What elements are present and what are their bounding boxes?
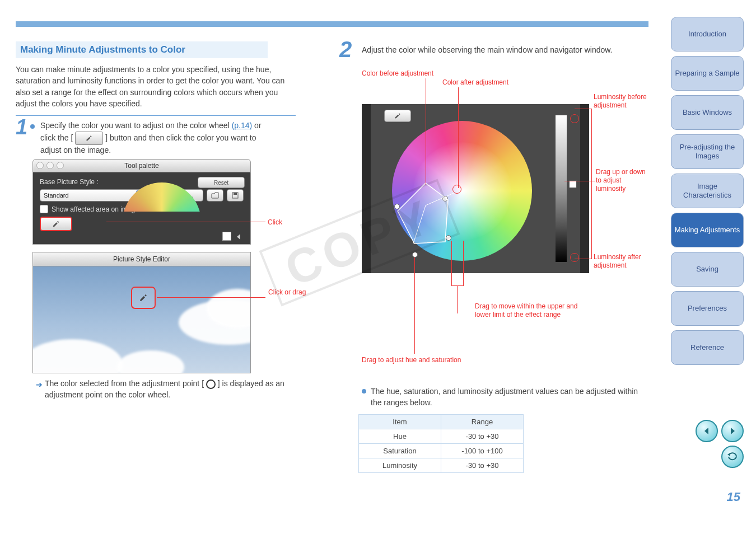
nav-prev-button[interactable]: [696, 420, 718, 442]
anno-lum-after: Luminosity after adjustment: [594, 253, 655, 270]
step-1-bullet: [30, 124, 35, 129]
color-swatch: [222, 232, 231, 241]
th-item: Item: [359, 415, 441, 429]
step-1-number: 1: [16, 115, 27, 139]
callout-line-1: [106, 222, 265, 222]
anno-line-lumdrag: [564, 181, 595, 181]
copy-watermark: COPY: [259, 179, 460, 307]
luminosity-slider[interactable]: [556, 115, 567, 262]
sidebar-item-introduction[interactable]: Introduction: [671, 17, 744, 51]
pse-title: Picture Style Editor: [32, 252, 251, 266]
open-file-button[interactable]: [207, 189, 223, 202]
sidebar-nav: Introduction Preparing a Sample Basic Wi…: [671, 17, 744, 365]
nav-back-button[interactable]: [721, 446, 744, 468]
sidebar-item-characteristics[interactable]: Image Characteristics: [671, 174, 744, 208]
divider: [16, 115, 296, 116]
lum-handle[interactable]: [569, 180, 577, 188]
tool-palette-title: Tool palette: [33, 160, 250, 172]
callout-line-2: [157, 297, 265, 298]
sidebar-item-reference[interactable]: Reference: [671, 330, 744, 365]
anno-line-lumafter-h: [575, 259, 591, 259]
anno-line-range-b: [463, 241, 464, 285]
table-row: Luminosity-30 to +30: [359, 458, 524, 473]
anno-lum-drag: Drag up or down to adjust luminosity: [596, 168, 652, 193]
th-range: Range: [441, 415, 524, 429]
save-file-button[interactable]: [227, 189, 244, 202]
result-2-bullet: [362, 389, 366, 394]
sidebar-item-preferences[interactable]: Preferences: [671, 291, 744, 326]
sidebar-item-basic-windows[interactable]: Basic Windows: [671, 95, 744, 130]
step-2-text: Adjust the color while observing the mai…: [362, 45, 636, 56]
anno-lum-before: Luminosity before adjustment: [594, 93, 655, 110]
lum-pointer-icon: [237, 234, 240, 240]
step-2-number: 2: [339, 37, 352, 62]
step1-after-b: ] button and then click the color you wa…: [40, 133, 256, 154]
sidebar-item-preadjust[interactable]: Pre-adjusting the Images: [671, 134, 744, 169]
link-p14[interactable]: (p.14): [232, 121, 253, 130]
page-nav: [693, 420, 744, 468]
anno-drag-huesat: Drag to adjust hue and saturation: [362, 356, 468, 364]
sidebar-item-preparing[interactable]: Preparing a Sample: [671, 56, 744, 91]
anno-line-range-a: [451, 241, 452, 285]
show-affected-checkbox[interactable]: [40, 205, 48, 213]
anno-line-lumbefore: [575, 109, 591, 109]
callout-click-label: Click: [268, 218, 282, 226]
adjustment-range-table: ItemRange Hue-30 to +30 Saturation-100 t…: [358, 414, 524, 473]
wheel-node-after[interactable]: [452, 185, 461, 194]
nav-next-button[interactable]: [721, 420, 744, 442]
anno-line-lum-v: [591, 109, 592, 259]
result1-before: The color selected from the adjustment p…: [45, 379, 204, 388]
eyedropper-cursor-icon: [131, 287, 156, 309]
anno-drag-range: Drag to move within the upper and lower …: [475, 302, 587, 319]
lum-after-marker[interactable]: [570, 253, 579, 262]
panel-eyedropper-button[interactable]: [384, 110, 411, 122]
step1-before: Specify the color you want to adjust on …: [40, 121, 232, 130]
anno-line-range-join: [451, 285, 464, 286]
anno-line-range-v: [457, 285, 458, 313]
eyedropper-button[interactable]: [40, 217, 72, 231]
anno-line-before: [426, 78, 426, 185]
anno-line-after: [458, 87, 459, 188]
result-1-text: The color selected from the adjustment p…: [45, 378, 291, 400]
tool-palette-titlebar: Tool palette: [32, 159, 251, 172]
tool-palette-window: Tool palette Base Picture Style : Reset …: [32, 159, 251, 245]
anno-after-adj: Color after adjustment: [442, 78, 508, 87]
base-style-select-value: Standard: [44, 192, 69, 199]
adjustment-point-icon: [206, 380, 216, 389]
sidebar-item-saving[interactable]: Saving: [671, 252, 744, 287]
picture-style-editor-window: Picture Style Editor: [32, 252, 251, 373]
anno-line-huesat: [414, 257, 415, 354]
intro-text: You can make minute adjustments to a col…: [16, 64, 290, 109]
sample-image[interactable]: [32, 266, 251, 373]
reset-button[interactable]: Reset: [198, 177, 245, 188]
top-divider: [16, 21, 648, 27]
svg-rect-1: [234, 193, 237, 195]
result-arrow-icon: ➔: [36, 380, 43, 389]
anno-before-adj: Color before adjustment: [362, 69, 433, 78]
page-number: 15: [727, 490, 740, 504]
step-1-text: Specify the color you want to adjust on …: [40, 120, 276, 156]
window-controls[interactable]: [36, 162, 64, 169]
lum-before-marker[interactable]: [570, 114, 579, 123]
table-row: Saturation-100 to +100: [359, 444, 524, 458]
table-row: Hue-30 to +30: [359, 429, 524, 444]
section-title: Making Minute Adjustments to Color: [20, 44, 185, 55]
eyedropper-icon-inline: [75, 132, 103, 145]
sidebar-item-adjustments[interactable]: Making Adjustments: [671, 213, 744, 247]
result-2-text: The hue, saturation, and luminosity adju…: [371, 386, 640, 408]
